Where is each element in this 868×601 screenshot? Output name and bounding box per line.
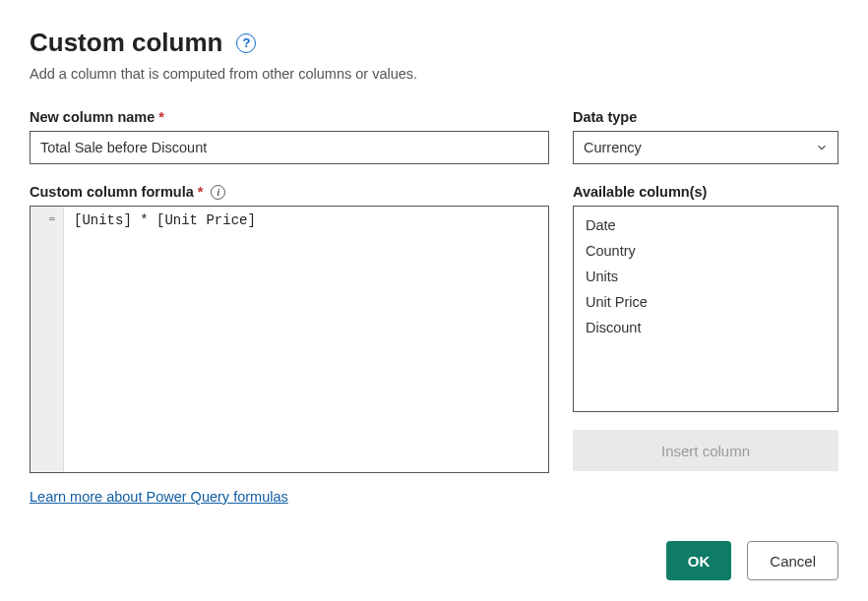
- info-icon[interactable]: i: [211, 185, 225, 200]
- data-type-label: Data type: [573, 109, 637, 125]
- list-item[interactable]: Unit Price: [574, 289, 837, 315]
- ok-button[interactable]: OK: [666, 541, 732, 580]
- list-item[interactable]: Country: [574, 238, 837, 264]
- list-item[interactable]: Units: [574, 264, 837, 289]
- page-title: Custom column: [30, 28, 222, 58]
- required-marker: *: [158, 109, 164, 125]
- formula-gutter: =: [31, 207, 64, 472]
- list-item[interactable]: Date: [574, 212, 837, 238]
- cancel-button[interactable]: Cancel: [747, 541, 838, 580]
- help-icon[interactable]: ?: [236, 33, 256, 53]
- formula-label: Custom column formula: [30, 184, 194, 200]
- required-marker: *: [198, 184, 204, 200]
- formula-text[interactable]: [Units] * [Unit Price]: [64, 207, 548, 472]
- data-type-select[interactable]: Currency: [573, 131, 838, 164]
- page-subtitle: Add a column that is computed from other…: [30, 66, 838, 82]
- column-name-input[interactable]: [30, 131, 549, 164]
- formula-editor[interactable]: = [Units] * [Unit Price]: [30, 206, 549, 473]
- data-type-value: Currency: [584, 140, 642, 155]
- available-columns-list: Date Country Units Unit Price Discount: [573, 206, 838, 412]
- available-columns-label: Available column(s): [573, 184, 707, 200]
- insert-column-button: Insert column: [573, 430, 838, 471]
- list-item[interactable]: Discount: [574, 315, 837, 340]
- learn-more-link[interactable]: Learn more about Power Query formulas: [30, 489, 288, 505]
- column-name-label: New column name: [30, 109, 155, 125]
